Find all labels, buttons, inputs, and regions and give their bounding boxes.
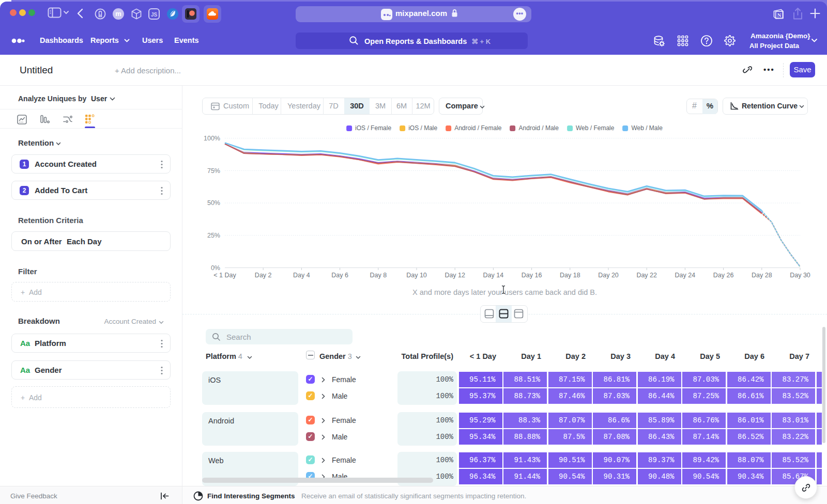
svg-text:Day 14: Day 14	[483, 272, 504, 279]
svg-text:Day 22: Day 22	[636, 272, 657, 279]
svg-text:Day 8: Day 8	[370, 272, 387, 279]
svg-text:25%: 25%	[207, 232, 220, 239]
svg-text:Day 26: Day 26	[713, 272, 734, 279]
svg-text:50%: 50%	[207, 199, 220, 207]
svg-text:Day 20: Day 20	[598, 272, 619, 279]
svg-text:Day 12: Day 12	[445, 272, 465, 279]
svg-text:N: N	[777, 12, 782, 18]
svg-text:JS: JS	[151, 12, 158, 18]
svg-text:Day 18: Day 18	[560, 272, 580, 279]
svg-text:Day 30: Day 30	[790, 272, 810, 279]
svg-text:Day 16: Day 16	[522, 272, 542, 279]
svg-text:100%: 100%	[204, 135, 220, 142]
svg-text:75%: 75%	[207, 167, 220, 175]
svg-text:0%: 0%	[211, 264, 220, 272]
svg-text:Day 28: Day 28	[752, 272, 772, 279]
svg-text:Day 4: Day 4	[293, 272, 310, 279]
svg-text:Day 10: Day 10	[406, 272, 427, 279]
svg-text:Day 6: Day 6	[331, 272, 348, 279]
svg-text:< 1 Day: < 1 Day	[213, 272, 236, 279]
svg-text:Day 24: Day 24	[675, 272, 696, 279]
svg-text:Day 2: Day 2	[255, 272, 272, 279]
